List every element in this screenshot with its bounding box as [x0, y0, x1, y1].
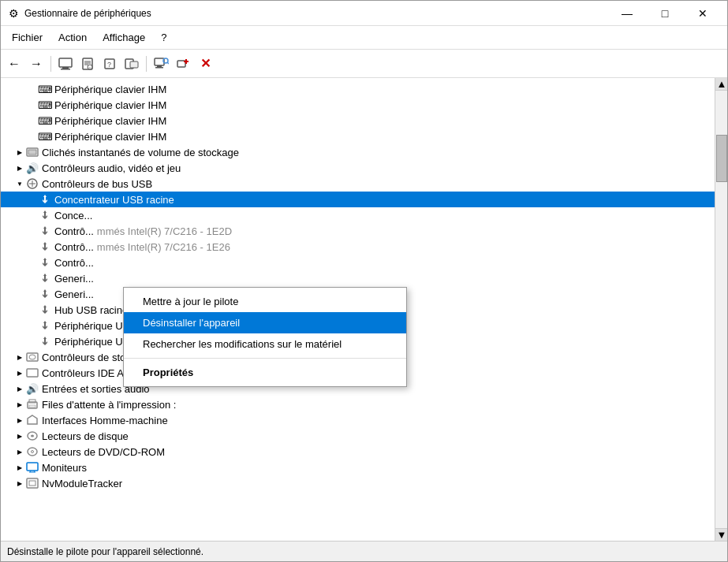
- tree-item-label: Contrôleurs de bus USB: [42, 178, 152, 190]
- list-item[interactable]: ⌨ Périphérique clavier IHM: [1, 97, 715, 113]
- expand-icon[interactable]: [26, 225, 39, 237]
- keyboard-icon: ⌨: [39, 99, 51, 111]
- expand-icon[interactable]: [26, 272, 39, 285]
- svg-rect-2: [61, 69, 70, 70]
- expand-icon[interactable]: [26, 288, 39, 300]
- svg-rect-15: [155, 67, 163, 69]
- expand-icon[interactable]: [26, 335, 39, 348]
- tree-item-label: Files d'attente à l'impression :: [42, 399, 176, 411]
- svg-rect-40: [27, 478, 38, 488]
- list-item[interactable]: Contrô...: [1, 255, 715, 270]
- list-item[interactable]: Contrô... mmés Intel(R) 7/C216 - 1E2D: [1, 223, 715, 239]
- expand-icon[interactable]: ▶: [13, 351, 26, 363]
- expand-icon[interactable]: ▶: [13, 414, 26, 426]
- window-controls: — □ ✕: [609, 1, 721, 26]
- list-item[interactable]: ⌨ Périphérique clavier IHM: [1, 128, 715, 144]
- ctx-update-driver[interactable]: Mettre à jour le pilote: [124, 291, 406, 312]
- add-device-button[interactable]: [173, 54, 193, 74]
- list-item[interactable]: ▶ Lecteurs de disque: [1, 428, 715, 444]
- toolbar-sep-2: [146, 56, 147, 72]
- maximize-button[interactable]: □: [647, 1, 683, 26]
- tree-item-label: Lecteurs de DVD/CD-ROM: [42, 446, 165, 458]
- update-driver-button[interactable]: ?: [99, 54, 120, 74]
- ctx-scan-hardware[interactable]: Rechercher les modifications sur le maté…: [124, 333, 406, 355]
- storage-ctrl-icon: [26, 351, 39, 363]
- close-button[interactable]: ✕: [685, 1, 721, 26]
- minimize-button[interactable]: —: [609, 1, 645, 26]
- list-item[interactable]: ⌨ Périphérique clavier IHM: [1, 81, 715, 97]
- ctx-properties[interactable]: Propriétés: [124, 362, 406, 383]
- scrollbar[interactable]: ▲ ▼: [715, 78, 727, 541]
- usb-icon: [39, 209, 51, 221]
- scroll-thumb[interactable]: [716, 135, 727, 182]
- menu-help[interactable]: ?: [153, 28, 174, 47]
- tree-item-label: Périphérique clavier IHM: [54, 115, 166, 127]
- driver-details-button[interactable]: [121, 54, 142, 74]
- tree-item-label: Périphérique clavier IHM: [54, 131, 166, 143]
- svg-rect-1: [62, 67, 69, 69]
- list-item[interactable]: Conce...: [1, 207, 715, 223]
- list-item[interactable]: ▶ Moniteurs: [1, 460, 715, 475]
- expand-icon[interactable]: ▶: [13, 477, 26, 489]
- expand-icon[interactable]: [26, 193, 39, 206]
- svg-rect-22: [28, 150, 36, 154]
- expand-icon[interactable]: ▶: [13, 398, 26, 411]
- scroll-down-button[interactable]: ▼: [715, 528, 727, 541]
- expand-icon[interactable]: ▼: [13, 177, 26, 190]
- expand-icon[interactable]: ▶: [13, 445, 26, 458]
- list-item[interactable]: ▶ Interfaces Homme-machine: [1, 412, 715, 428]
- list-item[interactable]: Contrô... mmés Intel(R) 7/C216 - 1E26: [1, 239, 715, 255]
- list-item[interactable]: Generi...: [1, 270, 715, 286]
- expand-icon[interactable]: [26, 256, 39, 269]
- menu-affichage[interactable]: Affichage: [95, 28, 153, 47]
- dvd-icon: [26, 445, 39, 458]
- menu-fichier[interactable]: Fichier: [4, 28, 50, 47]
- device-manager-window: ⚙ Gestionnaire de périphériques — □ ✕ Fi…: [0, 0, 728, 562]
- svg-point-27: [29, 355, 35, 359]
- forward-button[interactable]: →: [26, 54, 47, 74]
- list-item[interactable]: ▶ Lecteurs de DVD/CD-ROM: [1, 444, 715, 460]
- ctx-uninstall[interactable]: Désinstaller l'appareil: [124, 312, 406, 333]
- list-item[interactable]: ⌨ Périphérique clavier IHM: [1, 113, 715, 128]
- menu-action[interactable]: Action: [50, 28, 95, 47]
- properties-button[interactable]: ?: [77, 54, 98, 74]
- svg-rect-36: [27, 463, 38, 471]
- keyboard-icon: ⌨: [39, 83, 51, 95]
- svg-point-35: [32, 451, 34, 453]
- svg-rect-41: [29, 481, 35, 486]
- expand-icon[interactable]: [26, 240, 39, 253]
- expand-icon[interactable]: ▶: [13, 367, 26, 379]
- usb-icon: [39, 272, 51, 285]
- remove-device-button[interactable]: ✕: [195, 54, 215, 74]
- toolbar: ← → ? ? ✕: [1, 50, 727, 78]
- list-item[interactable]: ▼ Contrôleurs de bus USB: [1, 176, 715, 192]
- tree-item-label: Périphérique clavier IHM: [54, 99, 166, 111]
- expand-icon[interactable]: ▶: [13, 162, 26, 174]
- tree-item-label: Moniteurs: [42, 462, 87, 474]
- expand-icon[interactable]: ▶: [13, 382, 26, 395]
- expand-icon[interactable]: ▶: [13, 146, 26, 158]
- list-item[interactable]: ▶ Clichés instantanés de volume de stock…: [1, 144, 715, 160]
- tree-item-label: Interfaces Homme-machine: [42, 415, 168, 426]
- expand-icon[interactable]: [26, 209, 39, 221]
- scroll-track: [715, 91, 727, 528]
- list-item[interactable]: ▶ NvModuleTracker: [1, 475, 715, 491]
- usb-root-item[interactable]: Concentrateur USB racine: [1, 192, 715, 207]
- svg-rect-0: [59, 58, 72, 67]
- tree-item-label: Concentrateur USB racine: [54, 194, 174, 206]
- expand-icon[interactable]: [26, 319, 39, 332]
- menu-bar: Fichier Action Affichage ?: [1, 26, 727, 50]
- back-button[interactable]: ←: [4, 54, 24, 74]
- expand-icon[interactable]: [26, 303, 39, 316]
- expand-icon[interactable]: ▶: [13, 461, 26, 474]
- svg-rect-28: [27, 369, 38, 377]
- scroll-up-button[interactable]: ▲: [715, 78, 727, 91]
- list-item[interactable]: ▶ Files d'attente à l'impression :: [1, 396, 715, 412]
- context-menu: Mettre à jour le pilote Désinstaller l'a…: [123, 287, 407, 387]
- device-manager-button[interactable]: [55, 54, 76, 74]
- scan-hardware-button[interactable]: [151, 54, 171, 74]
- expand-icon[interactable]: ▶: [13, 430, 26, 442]
- usb-icon: [39, 319, 51, 332]
- usb-icon: [39, 288, 51, 300]
- list-item[interactable]: ▶ 🔊 Contrôleurs audio, vidéo et jeu: [1, 160, 715, 176]
